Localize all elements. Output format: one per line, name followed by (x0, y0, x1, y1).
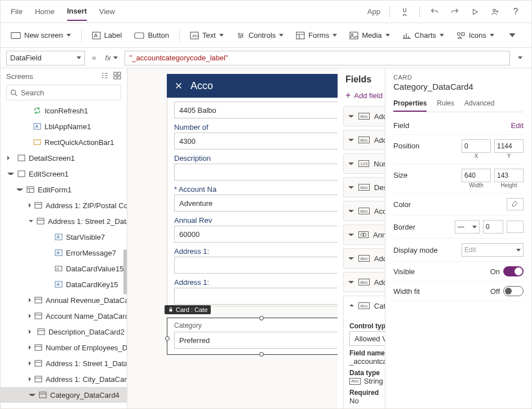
visible-label: Visible (393, 267, 415, 276)
property-select[interactable]: DataField (6, 51, 85, 65)
tree-item[interactable]: Address 1: Street 1_DataCar (1, 355, 127, 371)
tree-item[interactable]: Address 1: City_DataCard2 (1, 371, 127, 387)
screen-icon (17, 154, 25, 162)
fx-button[interactable]: fx (103, 54, 120, 62)
border-style-select[interactable]: — (455, 220, 480, 234)
field-card[interactable]: Annual Revenue (343, 225, 385, 245)
field-card-expanded[interactable]: AbcCategory⋯Control typeAllowed ValuesFi… (343, 296, 385, 409)
category-input[interactable]: Preferred (174, 332, 348, 349)
field-card[interactable]: 123Number of Employees (343, 153, 385, 174)
media-menu[interactable]: Media (345, 28, 394, 43)
field-input[interactable] (174, 288, 348, 305)
tree-item[interactable]: LblAppName1 (1, 118, 127, 134)
visible-value: On (490, 267, 500, 276)
controls-menu[interactable]: Controls (232, 28, 288, 43)
height-input[interactable]: 143 (494, 169, 524, 182)
field-card[interactable]: AbcAddress 1: City (343, 106, 385, 126)
share-icon[interactable] (490, 6, 501, 17)
width-input[interactable]: 640 (462, 169, 491, 182)
formula-input[interactable]: "_accountcategorycode_label" (125, 51, 510, 65)
tab-rules[interactable]: Rules (437, 97, 454, 112)
field-card[interactable]: AbcAddress 1: Street 2 (343, 248, 385, 269)
app-checker-icon[interactable] (399, 6, 410, 17)
field-edit-link[interactable]: Edit (511, 121, 524, 130)
field-input[interactable]: Adventure (174, 195, 348, 212)
canvas[interactable]: Acco 4405 Balbo Number of4300Description… (127, 68, 385, 409)
menu-insert[interactable]: Insert (67, 2, 87, 21)
new-screen-button[interactable]: New screen (6, 28, 76, 43)
field-input[interactable] (174, 164, 348, 181)
color-swatch[interactable] (507, 198, 524, 210)
scrollbar[interactable] (123, 249, 127, 294)
border-color-swatch[interactable] (507, 221, 524, 233)
chevron-down-icon (66, 34, 71, 37)
field-input[interactable]: 4405 Balbo (174, 102, 348, 118)
formula-expand[interactable] (515, 56, 526, 59)
tree-item[interactable]: DataCardKey15 (1, 276, 127, 292)
tree-view[interactable]: IconRefresh1LblAppName1RectQuickActionBa… (1, 103, 127, 409)
control-type-select[interactable]: Allowed Values (349, 331, 385, 346)
text-menu[interactable]: Abc Text (185, 28, 228, 43)
tree-item[interactable]: Annual Revenue_DataCard2 (1, 292, 127, 308)
close-icon[interactable] (174, 81, 184, 91)
field-input[interactable] (174, 257, 348, 274)
chevron-up-icon (348, 303, 354, 309)
tree-item[interactable]: Account Name_DataCard2 (1, 308, 127, 324)
icons-menu[interactable]: Icons (452, 28, 499, 43)
tab-properties[interactable]: Properties (393, 97, 427, 112)
thumb-view-icon[interactable] (113, 72, 121, 81)
rect-icon (33, 138, 41, 146)
chevron-down-icon (113, 56, 118, 59)
field-label: Address 1: (174, 278, 348, 287)
tree-item[interactable]: EditForm1 (1, 182, 127, 197)
help-icon[interactable]: ? (510, 6, 521, 17)
charts-menu[interactable]: Charts (398, 28, 449, 43)
menu-file[interactable]: File (11, 3, 23, 20)
tree-item[interactable]: ErrorMessage7 (1, 245, 127, 261)
svg-rect-1 (11, 32, 20, 38)
tree-item[interactable]: Number of Employees_Data (1, 340, 127, 355)
tree-item[interactable]: DetailScreen1 (1, 150, 127, 166)
field-input[interactable]: 4300 (174, 133, 348, 149)
field-input[interactable]: 60000 (174, 226, 348, 243)
visible-toggle[interactable] (503, 266, 524, 276)
undo-icon[interactable] (429, 6, 440, 17)
tree-search[interactable]: Search (6, 85, 121, 100)
redo-icon[interactable] (449, 6, 460, 17)
type-badge: Abc (358, 279, 370, 285)
border-width-input[interactable]: 0 (483, 220, 503, 234)
tree-item-label: EditForm1 (38, 186, 72, 194)
widthfit-toggle[interactable] (503, 286, 524, 296)
svg-point-15 (11, 90, 16, 94)
displaymode-select[interactable]: Edit (462, 243, 524, 257)
add-field-button[interactable]: + Add field (345, 90, 383, 100)
tree-item[interactable]: Description_DataCard2 (1, 324, 127, 340)
forms-menu[interactable]: Forms (291, 28, 342, 43)
field-card[interactable]: AbcAccount Name (343, 201, 385, 221)
label-button[interactable]: Label (87, 28, 127, 43)
tree-item[interactable]: Address 1: Street 2_DataCar (1, 213, 127, 229)
tab-advanced[interactable]: Advanced (464, 97, 494, 112)
menu-home[interactable]: Home (35, 3, 55, 20)
tree-item[interactable]: Category_DataCard4 (1, 387, 127, 403)
position-y-input[interactable]: 1144 (494, 139, 524, 153)
tree-item[interactable]: abDataCardValue15 (1, 261, 127, 276)
field-card[interactable]: AbcAddress 1: Street 1 (343, 130, 385, 150)
field-card[interactable]: AbcAddress 1: ZIP/Postal Code (343, 272, 385, 292)
tree-view-icon[interactable] (101, 72, 109, 81)
button-button[interactable]: Button (130, 28, 174, 43)
play-icon[interactable] (469, 6, 481, 17)
field-card[interactable]: AbcDescription (343, 177, 385, 197)
form-header[interactable]: Acco (167, 74, 356, 98)
tree-item[interactable]: StarVisible7 (1, 229, 127, 245)
tree-item[interactable]: Address 1: ZIP/Postal Code_ (1, 197, 127, 213)
tree-item[interactable]: IconRefresh1 (1, 103, 127, 118)
tree-item[interactable]: RectQuickActionBar1 (1, 134, 127, 150)
svg-rect-7 (350, 32, 358, 39)
toolbar-expand[interactable] (506, 30, 519, 40)
menu-view[interactable]: View (99, 3, 115, 20)
position-x-input[interactable]: 0 (462, 139, 491, 153)
tree-item[interactable]: EditScreen1 (1, 166, 127, 182)
svg-point-8 (352, 33, 353, 35)
control-type-label: Control type (349, 322, 385, 330)
